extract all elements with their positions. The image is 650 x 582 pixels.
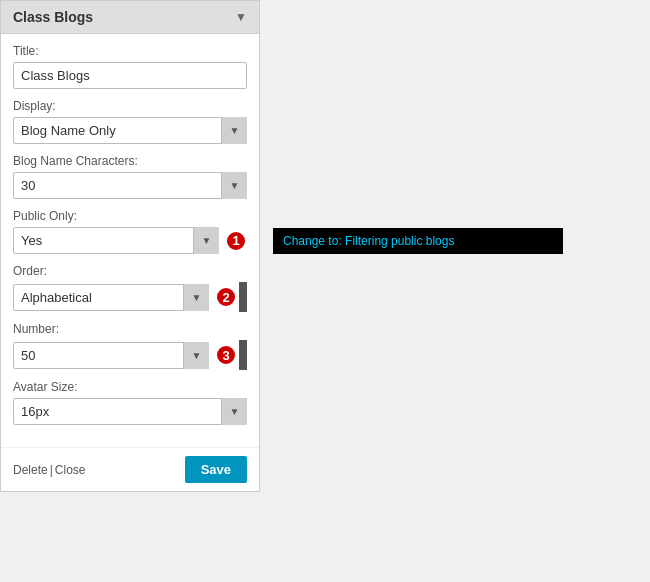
collapse-arrow-icon: ▼ (235, 10, 247, 24)
widget-panel: Class Blogs ▼ Title: Display: Blog Name … (0, 0, 260, 492)
public-only-badge: 1 (225, 230, 247, 252)
order-select-wrapper: Alphabetical Date Created Last Updated ▼ (13, 284, 209, 311)
footer-links: Delete|Close (13, 463, 86, 477)
title-input[interactable] (13, 62, 247, 89)
display-select[interactable]: Blog Name Only Blog Name and Avatar Avat… (13, 117, 247, 144)
public-only-label: Public Only: (13, 209, 247, 223)
delete-link[interactable]: Delete (13, 463, 48, 477)
widget-footer: Delete|Close Save (1, 447, 259, 491)
display-select-wrapper: Blog Name Only Blog Name and Avatar Avat… (13, 117, 247, 144)
order-label: Order: (13, 264, 247, 278)
number-label: Number: (13, 322, 247, 336)
avatar-size-label: Avatar Size: (13, 380, 247, 394)
public-only-select[interactable]: Yes No (13, 227, 219, 254)
footer-separator: | (50, 463, 53, 477)
avatar-size-select[interactable]: 16px 24px 32px 48px (13, 398, 247, 425)
public-only-select-wrapper: Yes No ▼ (13, 227, 219, 254)
display-field-group: Display: Blog Name Only Blog Name and Av… (13, 99, 247, 144)
order-badge: 2 (215, 286, 237, 308)
public-only-field-group: Public Only: Yes No ▼ 1 Change to: Filte… (13, 209, 247, 254)
title-field-group: Title: (13, 44, 247, 89)
avatar-size-field-group: Avatar Size: 16px 24px 32px 48px ▼ (13, 380, 247, 425)
widget-header[interactable]: Class Blogs ▼ (1, 1, 259, 34)
avatar-size-select-wrapper: 16px 24px 32px 48px ▼ (13, 398, 247, 425)
blog-name-chars-field-group: Blog Name Characters: 30 20 40 50 60 ▼ (13, 154, 247, 199)
blog-name-chars-select[interactable]: 30 20 40 50 60 (13, 172, 247, 199)
number-field-group: Number: 50 10 20 30 100 ▼ 3 (13, 322, 247, 370)
order-drag-handle (239, 282, 247, 312)
number-drag-handle (239, 340, 247, 370)
blog-name-chars-select-wrapper: 30 20 40 50 60 ▼ (13, 172, 247, 199)
order-select[interactable]: Alphabetical Date Created Last Updated (13, 284, 209, 311)
order-field-group: Order: Alphabetical Date Created Last Up… (13, 264, 247, 312)
display-label: Display: (13, 99, 247, 113)
number-badge: 3 (215, 344, 237, 366)
widget-title: Class Blogs (13, 9, 93, 25)
widget-body: Title: Display: Blog Name Only Blog Name… (1, 34, 259, 447)
number-select-wrapper: 50 10 20 30 100 ▼ (13, 342, 209, 369)
close-link[interactable]: Close (55, 463, 86, 477)
blog-name-chars-label: Blog Name Characters: (13, 154, 247, 168)
title-label: Title: (13, 44, 247, 58)
public-only-tooltip: Change to: Filtering public blogs (273, 228, 563, 254)
save-button[interactable]: Save (185, 456, 247, 483)
number-select[interactable]: 50 10 20 30 100 (13, 342, 209, 369)
